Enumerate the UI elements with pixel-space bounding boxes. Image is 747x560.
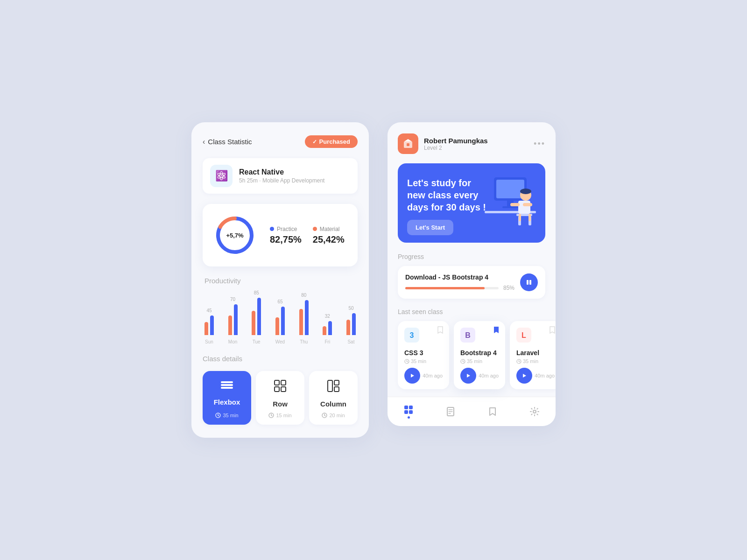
lc-bottom-2: 40m ago [516,368,555,384]
svg-rect-60 [404,406,408,409]
svg-rect-10 [281,380,286,385]
class-card-row[interactable]: Row 15 min [256,371,304,425]
class-name-row: Row [273,400,288,408]
class-card-flexbox[interactable]: Flexbox 35 min [203,371,251,425]
class-icon-column [327,379,340,395]
profile-level: Level 2 [424,145,488,151]
bar-red-wed [275,317,279,335]
svg-rect-63 [409,410,413,414]
svg-line-58 [519,361,520,362]
bar-blue-sun [210,315,214,335]
last-class-card-css-3[interactable]: 3CSS 3 35 min40m ago [398,321,449,389]
progress-course-name: Download - JS Bootstrap 4 [405,273,514,281]
bar-day-mon: Mon [228,339,237,344]
lc-bottom-0: 40m ago [404,368,443,384]
bar-day-thu: Thu [300,339,308,344]
pause-button[interactable] [520,273,538,291]
progress-bar-bg [405,287,499,289]
lc-name-2: Laravel [516,349,555,357]
lc-name-0: CSS 3 [404,349,443,357]
bookmark-icon-2[interactable] [549,326,556,336]
svg-rect-38 [519,214,521,221]
practice-stat: Practice 82,75% [270,226,302,245]
svg-marker-23 [404,139,412,141]
back-arrow-icon: ‹ [203,138,205,146]
bar-col-sun: 45Sun [204,308,214,344]
svg-rect-32 [518,201,530,214]
svg-rect-16 [328,380,332,392]
svg-rect-62 [404,410,408,414]
bar-col-sat: 50Sat [346,306,356,344]
practice-value: 82,75% [270,234,302,245]
svg-rect-33 [510,203,520,206]
lc-name-1: Bootstrap 4 [460,349,499,357]
bar-col-wed: 65Wed [275,299,285,344]
lc-bottom-1: 40m ago [460,368,499,384]
right-card: Robert Pamungkas Level 2 ••• Let's study… [388,122,556,426]
bar-red-mon [228,315,232,335]
nav-settings[interactable] [529,406,540,417]
nav-bookmark[interactable] [487,406,498,417]
left-card: ‹ Class Statistic ✓ Purchased ⚛️ React N… [191,122,369,438]
svg-rect-3 [221,381,233,383]
lets-start-button[interactable]: Let's Start [407,220,453,235]
bar-col-tue: 85Tue [252,290,261,344]
svg-rect-26 [496,180,524,198]
play-button-2[interactable] [516,368,532,384]
donut-label: +5,7% [226,232,243,239]
back-button[interactable]: ‹ Class Statistic [203,138,252,146]
play-button-1[interactable] [460,368,476,384]
banner: Let's study for new class every days for… [398,163,545,243]
class-time-column: 20 min [322,413,345,418]
class-statistic-title: Class Statistic [208,138,252,146]
last-class-card-bootstrap-4[interactable]: BBootstrap 4 35 min40m ago [454,321,505,389]
bar-day-sat: Sat [347,339,354,344]
bar-num-mon: 70 [230,297,235,302]
svg-rect-34 [523,203,532,206]
nav-book[interactable] [445,406,456,417]
bar-blue-mon [234,304,238,335]
svg-point-68 [533,410,536,413]
more-options-button[interactable]: ••• [534,139,545,149]
lc-ago-1: 40m ago [479,373,499,378]
svg-rect-12 [281,387,286,392]
lc-time-2: 35 min [516,358,555,364]
svg-rect-5 [221,387,233,389]
banner-illustration [480,168,541,238]
donut-chart: +5,7% [214,214,256,256]
bar-num-tue: 85 [254,290,259,295]
last-class-card-laravel[interactable]: LLaravel 35 min40m ago [510,321,556,389]
bar-blue-tue [257,298,261,335]
bar-day-tue: Tue [253,339,261,344]
svg-line-15 [271,415,272,416]
class-cards: Flexbox 35 min Row 15 min Column 20 min [203,371,358,425]
class-icon-flexbox [220,379,234,393]
nav-home[interactable] [403,405,414,419]
bookmark-icon-1[interactable] [493,326,500,336]
last-seen-title: Last seen class [398,308,545,315]
course-row[interactable]: ⚛️ React Native 5h 25m · Mobile App Deve… [203,158,358,194]
progress-info: Download - JS Bootstrap 4 85% [405,273,514,291]
course-icon: ⚛️ [210,165,233,187]
check-icon: ✓ [312,139,317,145]
bar-num-fri: 32 [325,314,330,319]
bar-red-sat [346,320,350,335]
svg-text:L: L [521,331,526,339]
purchased-badge[interactable]: ✓ Purchased [305,135,358,148]
profile-info: Robert Pamungkas Level 2 [424,137,488,151]
bar-day-wed: Wed [275,339,285,344]
bookmark-icon-0[interactable] [437,326,444,336]
bar-col-mon: 70Mon [228,297,238,344]
progress-card: Download - JS Bootstrap 4 85% [398,266,545,299]
play-button-0[interactable] [404,368,420,384]
stats-details: Practice 82,75% Material 25,42% [270,226,345,245]
bar-group-sat [346,313,356,335]
profile-name: Robert Pamungkas [424,137,488,145]
svg-rect-61 [409,406,413,409]
class-card-column[interactable]: Column 20 min [309,371,358,425]
bar-red-fri [323,326,326,335]
material-label: Material [320,226,340,232]
banner-text: Let's study for new class every days for… [407,177,491,213]
class-details-section: Class details Flexbox 35 min Row 15 min … [203,355,358,425]
bar-blue-wed [281,307,285,335]
